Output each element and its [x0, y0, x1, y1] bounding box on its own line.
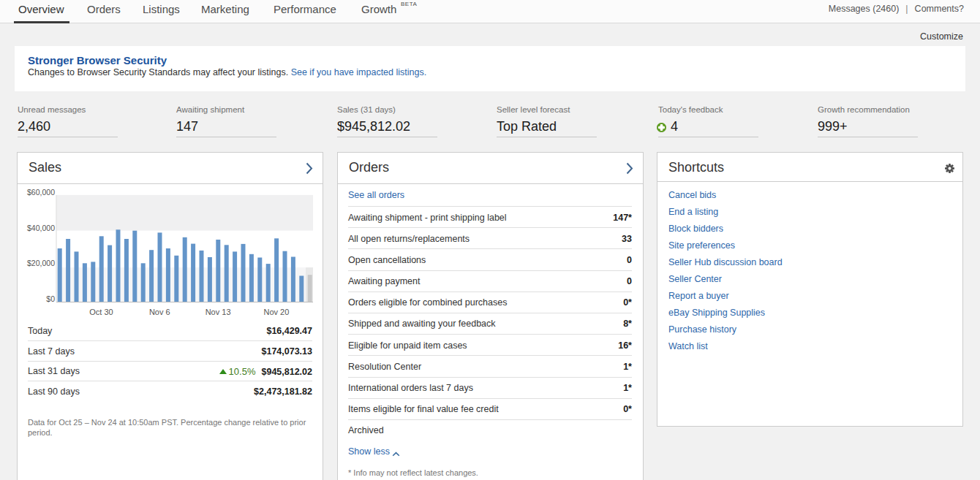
svg-text:Oct 30: Oct 30: [89, 308, 113, 316]
svg-text:$60,000: $60,000: [27, 188, 55, 197]
svg-text:$0: $0: [46, 294, 55, 303]
svg-text:Nov 6: Nov 6: [149, 308, 170, 316]
svg-text:Nov 20: Nov 20: [263, 308, 289, 316]
svg-text:$40,000: $40,000: [27, 224, 55, 232]
svg-text:$20,000: $20,000: [27, 259, 55, 267]
svg-text:Nov 13: Nov 13: [206, 308, 231, 316]
